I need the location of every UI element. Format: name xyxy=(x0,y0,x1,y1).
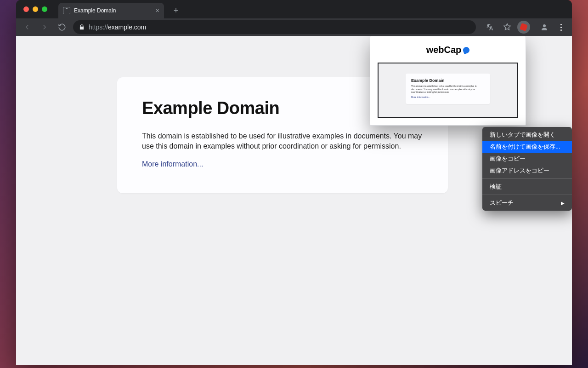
more-information-link[interactable]: More information... xyxy=(142,160,203,168)
profile-avatar-button[interactable] xyxy=(538,21,551,34)
zoom-window-button[interactable] xyxy=(42,6,47,12)
ctx-inspect[interactable]: 検証 xyxy=(482,181,572,193)
tab-strip: Example Domain × + xyxy=(16,0,572,18)
webcap-extension-icon[interactable] xyxy=(517,21,530,34)
ctx-label: 画像をコピー xyxy=(490,155,526,163)
ctx-open-image-new-tab[interactable]: 新しいタブで画像を開く xyxy=(482,129,572,141)
capture-preview[interactable]: Example Domain This domain is establishe… xyxy=(378,63,518,118)
ctx-label: 画像アドレスをコピー xyxy=(490,167,549,175)
browser-tab[interactable]: Example Domain × xyxy=(58,3,164,18)
ctx-copy-image-address[interactable]: 画像アドレスをコピー xyxy=(482,165,572,177)
bookmark-star-icon[interactable] xyxy=(501,21,514,34)
translate-icon[interactable] xyxy=(484,21,497,34)
browser-menu-button[interactable] xyxy=(554,21,567,34)
tab-close-button[interactable]: × xyxy=(156,7,159,14)
page-favicon-icon xyxy=(63,7,70,14)
svg-point-0 xyxy=(543,24,546,27)
url-text: https://example.com xyxy=(89,23,470,31)
reload-button[interactable] xyxy=(56,21,68,34)
page-body-text: This domain is established to be used fo… xyxy=(142,131,423,151)
lock-icon xyxy=(79,24,85,30)
new-tab-button[interactable]: + xyxy=(170,4,182,17)
toolbar-right xyxy=(484,21,567,34)
tab-title: Example Domain xyxy=(74,7,116,14)
extension-blob-icon xyxy=(520,23,528,31)
minimize-window-button[interactable] xyxy=(33,6,38,12)
popup-title-text: webCap xyxy=(426,45,462,55)
ctx-label: 名前を付けて画像を保存... xyxy=(490,143,560,151)
preview-link: More information... xyxy=(411,96,485,98)
webcap-logo-icon xyxy=(462,46,470,54)
chevron-right-icon: ▶ xyxy=(561,201,565,206)
address-bar[interactable]: https://example.com xyxy=(73,20,476,34)
ctx-copy-image[interactable]: 画像をコピー xyxy=(482,153,572,165)
close-window-button[interactable] xyxy=(23,6,29,12)
extension-popup: webCap Example Domain This domain is est… xyxy=(370,36,526,126)
page-viewport: Example Domain This domain is establishe… xyxy=(16,36,572,365)
ctx-separator xyxy=(482,195,572,195)
ctx-separator xyxy=(482,178,572,179)
ctx-speech-submenu[interactable]: スピーチ ▶ xyxy=(482,197,572,209)
window-controls xyxy=(23,6,47,12)
preview-card: Example Domain This domain is establishe… xyxy=(406,74,490,104)
forward-button[interactable] xyxy=(38,21,51,34)
preview-body: This domain is established to be used fo… xyxy=(411,85,485,94)
ctx-label: スピーチ xyxy=(490,199,514,207)
ctx-label: 検証 xyxy=(490,183,502,191)
toolbar: https://example.com xyxy=(16,18,572,36)
toolbar-divider xyxy=(534,23,534,32)
browser-window: Example Domain × + https://example.com xyxy=(16,0,572,365)
context-menu: 新しいタブで画像を開く 名前を付けて画像を保存... 画像をコピー 画像アドレス… xyxy=(482,127,572,211)
ctx-label: 新しいタブで画像を開く xyxy=(490,131,555,139)
preview-heading: Example Domain xyxy=(411,78,485,83)
extension-popup-title: webCap xyxy=(378,45,518,55)
back-button[interactable] xyxy=(21,21,34,34)
ctx-save-image-as[interactable]: 名前を付けて画像を保存... xyxy=(482,141,572,153)
